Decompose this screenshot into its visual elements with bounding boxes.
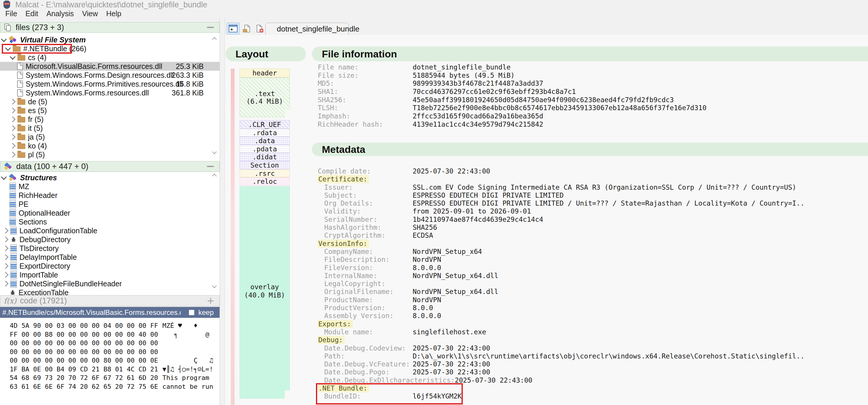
tree-item-dotnetsinglefilebundleheader[interactable]: DotNetSingleFileBundleHeader bbox=[0, 279, 220, 288]
chevron-right-icon[interactable] bbox=[3, 254, 8, 260]
panel-splitter[interactable] bbox=[220, 18, 225, 405]
title-bar: 10101 Malcat - E:\malware\quicktest\dotn… bbox=[0, 0, 868, 9]
menu-file[interactable]: File bbox=[1, 9, 21, 18]
tree-item-sections[interactable]: Sections bbox=[0, 217, 220, 226]
structure-table-icon bbox=[9, 192, 16, 199]
close-file-button[interactable] bbox=[254, 23, 266, 34]
chevron-right-icon[interactable] bbox=[3, 237, 8, 242]
chevron-right-icon[interactable] bbox=[3, 281, 8, 286]
chevron-right-icon[interactable] bbox=[3, 245, 8, 251]
tree-item-label: Structures bbox=[20, 173, 57, 182]
menu-help[interactable]: Help bbox=[102, 9, 125, 18]
layout-block-text-section[interactable]: .text (6.4 MiB) bbox=[240, 77, 290, 117]
info-value: 2025-07-30 22:43:00 bbox=[413, 167, 490, 175]
chevron-right-icon[interactable] bbox=[3, 263, 8, 269]
chevron-down-icon[interactable] bbox=[1, 174, 7, 180]
add-icon[interactable]: + bbox=[207, 298, 214, 304]
tree-item-folder-pl[interactable]: pl (5) bbox=[0, 150, 220, 159]
chevron-right-icon[interactable] bbox=[10, 152, 16, 158]
chevron-right-icon[interactable] bbox=[10, 116, 16, 122]
chevron-right-icon[interactable] bbox=[10, 143, 16, 149]
hex-dump-view[interactable]: 4D 5A 90 00 03 00 00 00 04 00 00 00 FFMZ… bbox=[0, 318, 220, 405]
chevron-right-icon[interactable] bbox=[3, 228, 8, 234]
layout-block-section[interactable]: Section bbox=[240, 161, 290, 169]
layout-block-overlay[interactable]: overlay (40.0 MiB) bbox=[240, 187, 290, 399]
tree-item-exportdirectory[interactable]: ExportDirectory bbox=[0, 262, 220, 270]
tree-item-tlsdirectory[interactable]: TlsDirectory bbox=[0, 244, 220, 253]
tree-item-folder-ko[interactable]: ko (4) bbox=[0, 141, 220, 150]
layout-block-reloc[interactable]: .reloc bbox=[240, 177, 290, 185]
tree-item-label: ko (4) bbox=[28, 142, 47, 150]
tree-item-importtable[interactable]: ImportTable bbox=[0, 270, 220, 279]
layout-block-data[interactable]: .data bbox=[240, 137, 290, 145]
tree-item-delayimporttable[interactable]: DelayImportTable bbox=[0, 253, 220, 262]
files-panel-header[interactable]: files (273 + 3) bbox=[0, 22, 220, 33]
tree-item-file[interactable]: System.Windows.Forms.Primitives.resource… bbox=[0, 79, 220, 88]
tree-item-folder-es[interactable]: es (5) bbox=[0, 106, 220, 115]
menu-edit[interactable]: Edit bbox=[21, 9, 42, 18]
chevron-right-icon[interactable] bbox=[10, 99, 16, 105]
layout-block-didat[interactable]: .didat bbox=[240, 153, 290, 161]
chevron-right-icon[interactable] bbox=[10, 107, 16, 113]
hex-row: 1F BA 0E 00 B4 09 CD 21 B8 01 4C CD 21▼║… bbox=[0, 365, 220, 374]
collapse-icon[interactable] bbox=[207, 166, 214, 167]
toggle-sidebar-button[interactable] bbox=[227, 23, 240, 34]
svg-text:10101: 10101 bbox=[4, 3, 9, 5]
info-label: Compile date: bbox=[318, 167, 413, 175]
layout-block-rdata[interactable]: .rdata bbox=[240, 129, 290, 137]
tree-item-file-selected[interactable]: Microsoft.VisualBasic.Forms.resources.dl… bbox=[0, 62, 220, 71]
tree-item-label: System.Windows.Forms.Design.resources.dl… bbox=[26, 71, 174, 79]
tree-item-file[interactable]: System.Windows.Forms.Design.resources.dl… bbox=[0, 71, 220, 79]
layout-minimap-bar[interactable] bbox=[231, 69, 235, 405]
info-row: Imphash:2ffcc53d165f90cad66a29a16bea365d bbox=[318, 112, 866, 121]
data-panel-header[interactable]: data (100 + 447 + 0) bbox=[0, 161, 220, 172]
layout-block-header[interactable]: header bbox=[240, 69, 290, 77]
info-row: Compile date:2025-07-30 22:43:00 bbox=[318, 167, 866, 175]
tree-item-mz[interactable]: MZ bbox=[0, 182, 220, 191]
file-size: 25.3 KiB bbox=[176, 62, 204, 71]
tab-dotnet-singlefile-bundle[interactable]: dotnet_singlefile_bundle bbox=[265, 23, 349, 35]
keep-checkbox[interactable] bbox=[189, 310, 194, 315]
tree-item-folder-de[interactable]: de (5) bbox=[0, 97, 220, 106]
chevron-down-icon[interactable] bbox=[5, 45, 11, 51]
info-label: FileDescription: bbox=[318, 256, 413, 264]
layout-block-label: .text bbox=[254, 90, 275, 98]
chevron-down-icon[interactable] bbox=[10, 54, 16, 60]
chevron-right-icon[interactable] bbox=[3, 272, 8, 278]
info-row: Subject:ESPRESSO EDUTECH DIGI PRIVATE LI… bbox=[318, 192, 866, 199]
folder-icon bbox=[18, 108, 25, 114]
info-label: File size: bbox=[318, 72, 413, 80]
code-panel-header[interactable]: f(x) code (17921) + bbox=[0, 295, 220, 306]
tree-item-debugdirectory[interactable]: DebugDirectory bbox=[0, 235, 220, 244]
tree-item-folder-it[interactable]: it (5) bbox=[0, 124, 220, 133]
info-label: ProductName: bbox=[318, 296, 413, 304]
tree-item-cs[interactable]: cs (4) bbox=[0, 53, 220, 62]
tree-item-optionalheader[interactable]: OptionalHeader bbox=[0, 208, 220, 217]
menu-analysis[interactable]: Analysis bbox=[42, 9, 78, 18]
tree-item-exceptiontable[interactable]: ExceptionTable bbox=[0, 288, 220, 296]
layout-block-pdata[interactable]: .pdata bbox=[240, 145, 290, 153]
tree-item-pe[interactable]: PE bbox=[0, 200, 220, 208]
chevron-right-icon[interactable] bbox=[10, 125, 16, 131]
tree-item-folder-fr[interactable]: fr (5) bbox=[0, 115, 220, 124]
tree-item-structures[interactable]: Structures bbox=[0, 173, 220, 182]
collapse-icon[interactable] bbox=[207, 27, 214, 28]
chevron-down-icon[interactable] bbox=[1, 36, 7, 42]
layout-block-clr-uef[interactable]: .CLR_UEF bbox=[240, 120, 290, 129]
tree-item-file[interactable]: System.Windows.Forms.resources.dll 361.8… bbox=[0, 88, 220, 97]
tree-item-loadconfigurationtable[interactable]: LoadConfigurationTable bbox=[0, 226, 220, 235]
open-file-icon bbox=[243, 25, 251, 33]
tree-item-label: LoadConfigurationTable bbox=[20, 227, 97, 235]
menu-view[interactable]: View bbox=[78, 9, 102, 18]
info-row: ProductName:NordVPN bbox=[318, 296, 866, 304]
info-value: D:\a\_work\1\s\src\runtime\artifacts\obj… bbox=[413, 352, 804, 360]
info-label: Date.Debug.Codeview: bbox=[318, 344, 413, 352]
open-file-button[interactable] bbox=[241, 23, 253, 34]
layout-block-rsrc[interactable]: .rsrc bbox=[240, 169, 290, 177]
chevron-right-icon[interactable] bbox=[10, 134, 16, 140]
tree-item-virtual-file-system[interactable]: Virtual File System bbox=[0, 35, 220, 44]
hex-bytes: 00 00 00 00 00 00 00 00 80 00 00 00 0E bbox=[10, 356, 162, 365]
tree-item-richheader[interactable]: RichHeader bbox=[0, 191, 220, 200]
tree-item-folder-ja[interactable]: ja (5) bbox=[0, 133, 220, 141]
tree-item-netbundle[interactable]: #.NETBundle (266) bbox=[0, 44, 220, 53]
